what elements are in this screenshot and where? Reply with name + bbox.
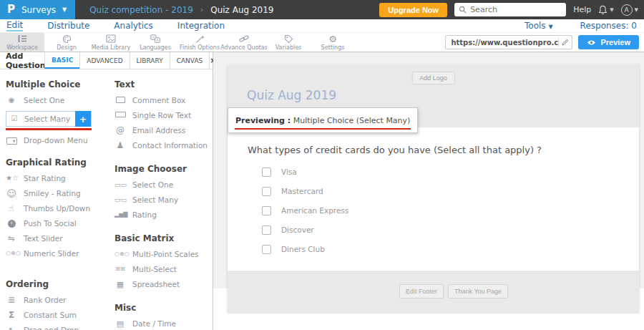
tab-library[interactable]: LIBRARY: [130, 52, 170, 69]
panel-column-1: Multiple Choice ◉ Select One ☑ Select Ma…: [0, 69, 106, 330]
item-contact-information[interactable]: ♟ Contact Information: [114, 141, 213, 150]
checkbox[interactable]: [262, 168, 271, 177]
notifications-menu[interactable]: ▼: [598, 5, 613, 15]
section-image-chooser: Image Chooser: [114, 164, 213, 174]
image-pair-icon: ▭▭: [114, 182, 126, 188]
option-row-diners-club: Diners Club: [262, 244, 619, 254]
tool-design[interactable]: Design: [44, 33, 89, 52]
tab-canvas[interactable]: CANVAS: [170, 52, 210, 69]
chevron-down-icon: ▼: [635, 7, 638, 13]
item-constant-sum[interactable]: Σ Constant Sum: [6, 311, 106, 319]
responses-count[interactable]: Responses: 0: [580, 21, 637, 31]
checkbox[interactable]: [262, 206, 271, 215]
item-email-address[interactable]: @ Email Address: [114, 126, 213, 135]
item-comment-box[interactable]: Comment Box: [114, 96, 213, 105]
breadcrumb-parent[interactable]: Quiz competition - 2019: [89, 5, 193, 15]
calendar-icon: ▤: [114, 320, 126, 328]
checkbox[interactable]: [262, 225, 271, 235]
item-push-to-social[interactable]: ‹ Push To Social: [6, 219, 106, 228]
chevron-down-icon: ▼: [62, 6, 67, 13]
section-text: Text: [114, 79, 213, 89]
breadcrumb-separator-icon: ›: [200, 5, 203, 14]
chevron-down-icon: ▼: [610, 7, 613, 13]
menu-analytics[interactable]: Analytics: [114, 21, 153, 31]
tool-languages[interactable]: zA Languages: [133, 33, 177, 52]
section-ordering: Ordering: [6, 279, 106, 289]
share-icon: ‹: [6, 219, 17, 228]
panel-tab-bar: Add Question BASIC ADVANCED LIBRARY CANV…: [0, 52, 213, 69]
tools-dropdown[interactable]: Tools ▼: [525, 21, 553, 31]
help-link[interactable]: Help: [573, 5, 591, 14]
item-thumbs-up-down[interactable]: ☝ Thumbs Up/Down: [6, 204, 106, 213]
item-multi-point-scales[interactable]: ○⊕○ Multi-Point Scales: [114, 250, 213, 258]
item-star-rating[interactable]: ★☆ Star Rating: [6, 174, 106, 183]
preview-area: Add Logo Quiz Aug 2019 Previewing : Mult…: [213, 52, 644, 330]
multi-select-icon: ⊞⊞: [114, 266, 126, 272]
thank-you-page-button[interactable]: Thank You Page: [448, 284, 508, 299]
menu-edit[interactable]: Edit: [6, 20, 23, 31]
item-date-time[interactable]: ▤ Date / Time: [114, 319, 213, 328]
item-image-select-one[interactable]: ▭▭ Select One: [114, 180, 213, 189]
panel-body: Multiple Choice ◉ Select One ☑ Select Ma…: [0, 69, 213, 330]
item-rank-order[interactable]: ≣ Rank Order: [6, 296, 106, 304]
bar-chart-icon: ▂▅▇: [114, 212, 126, 218]
checkbox[interactable]: [262, 245, 271, 254]
palette-icon: [62, 34, 72, 44]
chain-link-icon: [239, 34, 249, 44]
surveys-label: Surveys: [21, 5, 56, 15]
grid-icon: ▦: [114, 281, 126, 288]
item-spreadsheet[interactable]: ▦ Spreadsheet: [114, 280, 213, 288]
numeric-slider-icon: ○⊕○: [6, 251, 17, 256]
add-select-many-button[interactable]: +: [75, 111, 91, 127]
preview-button[interactable]: Preview: [578, 35, 639, 49]
checkbox-stack-icon: ☑: [9, 115, 20, 122]
top-bar: P Surveys ▼ Quiz competition - 2019 › Qu…: [0, 0, 644, 19]
add-logo-button[interactable]: Add Logo: [411, 72, 455, 84]
search-box[interactable]: [454, 3, 566, 16]
item-select-one[interactable]: ◉ Select One: [6, 96, 106, 105]
eye-icon: [587, 39, 596, 46]
item-smiley-rating[interactable]: ☺ Smiley - Rating: [6, 189, 106, 198]
add-question-panel: Add Question BASIC ADVANCED LIBRARY CANV…: [0, 52, 213, 330]
menu-distribute[interactable]: Distribute: [47, 21, 89, 31]
workspace-icon: [17, 34, 27, 44]
survey-url-input[interactable]: [451, 39, 558, 47]
section-misc: Misc: [114, 303, 213, 313]
item-image-select-many[interactable]: ▭▭ Select Many: [114, 195, 213, 204]
item-select-many-highlighted[interactable]: ☑ Select Many +: [6, 111, 92, 127]
preview-backdrop: Add Logo Quiz Aug 2019 Previewing : Mult…: [213, 52, 644, 288]
item-text-slider[interactable]: ⇋ Text Slider: [6, 234, 106, 243]
tool-workspace[interactable]: Workspace: [0, 33, 44, 52]
smiley-icon: ☺: [6, 189, 17, 198]
breadcrumb: Quiz competition - 2019 › Quiz Aug 2019: [89, 5, 273, 15]
option-row-visa: Visa: [262, 167, 619, 177]
tab-advanced[interactable]: ADVANCED: [79, 52, 129, 69]
item-multi-select[interactable]: ⊞⊞ Multi-Select: [114, 265, 213, 273]
breadcrumb-current: Quiz Aug 2019: [210, 5, 273, 15]
text-input-icon: [114, 112, 126, 119]
checkbox[interactable]: [262, 187, 271, 196]
surveys-menu[interactable]: P Surveys ▼: [0, 0, 75, 19]
menu-integration[interactable]: Integration: [177, 21, 225, 31]
content-area: Add Question BASIC ADVANCED LIBRARY CANV…: [0, 52, 644, 330]
previewing-tooltip-value: Multiple Choice (Select Many): [291, 116, 410, 125]
survey-preview-card: Add Logo Quiz Aug 2019 Previewing : Mult…: [228, 64, 639, 312]
edit-footer-button[interactable]: Edit Footer: [399, 284, 444, 299]
tool-finish-options[interactable]: Finish Options: [177, 33, 222, 52]
account-menu[interactable]: A ▼: [621, 4, 638, 16]
comment-box-icon: [114, 97, 126, 105]
search-input[interactable]: [470, 5, 556, 14]
tool-media-library[interactable]: Media Library: [89, 33, 133, 52]
tab-basic[interactable]: BASIC: [44, 52, 79, 69]
tool-advance-quotas[interactable]: Advance Quotas: [222, 33, 266, 52]
tool-variables[interactable]: Variables: [266, 33, 311, 52]
edit-url-pencil-icon[interactable]: [558, 37, 569, 47]
red-underline: [6, 128, 92, 130]
item-drag-and-drop[interactable]: ↖ Drag and Drop: [6, 326, 106, 330]
item-image-rating[interactable]: ▂▅▇ Rating: [114, 210, 213, 219]
upgrade-now-button[interactable]: Upgrade Now: [379, 3, 447, 17]
item-numeric-slider[interactable]: ○⊕○ Numeric Slider: [6, 249, 106, 258]
item-single-row-text[interactable]: Single Row Text: [114, 111, 213, 120]
tool-settings[interactable]: ⚙ Settings: [311, 33, 355, 52]
item-drop-down-menu[interactable]: ▼ Drop-down Menu: [6, 136, 106, 145]
